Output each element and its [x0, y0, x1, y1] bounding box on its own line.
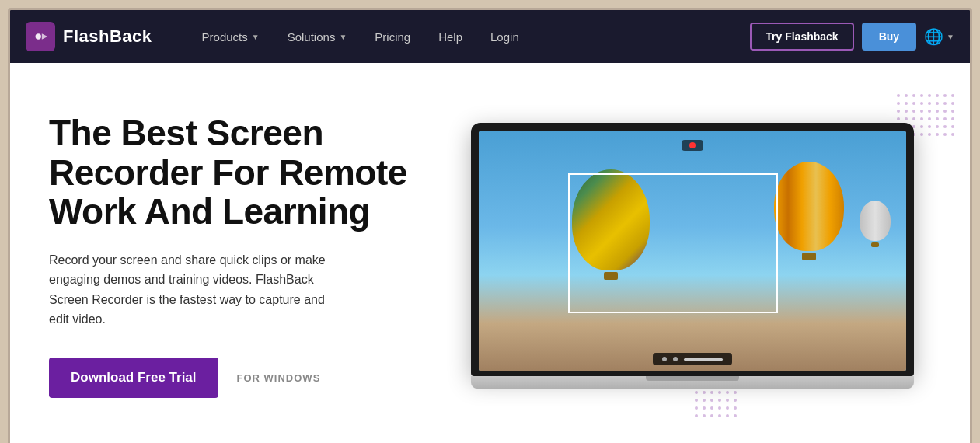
screen-background [479, 131, 906, 371]
chevron-down-icon: ▼ [252, 33, 260, 41]
hero-headline: The Best Screen Recorder For Remote Work… [49, 113, 438, 232]
svg-marker-1 [42, 33, 47, 39]
balloon-3 [860, 201, 891, 247]
hero-left: The Best Screen Recorder For Remote Work… [49, 113, 438, 398]
nav-help[interactable]: Help [427, 24, 473, 50]
platform-label: FOR WINDOWS [237, 372, 321, 384]
nav-links: Products ▼ Solutions ▼ Pricing Help Logi… [191, 24, 751, 50]
try-flashback-button[interactable]: Try Flashback [750, 23, 853, 51]
buy-button[interactable]: Buy [862, 23, 916, 51]
recording-indicator [682, 140, 703, 151]
nav-actions: Try Flashback Buy 🌐 ▼ [750, 23, 954, 51]
logo-text: FlashBack [63, 26, 152, 47]
nav-pricing[interactable]: Pricing [364, 24, 421, 50]
balloon-2 [774, 162, 844, 260]
selection-rectangle [568, 173, 778, 313]
navigation: FlashBack Products ▼ Solutions ▼ Pricing… [10, 10, 970, 63]
dot-decoration-bottom-right [695, 391, 737, 417]
balloon-basket-3 [871, 242, 879, 247]
laptop-base [471, 376, 914, 389]
svg-point-0 [36, 33, 41, 39]
hero-right [438, 123, 931, 389]
laptop-graphic [471, 123, 914, 389]
hero-subtext: Record your screen and share quick clips… [49, 250, 344, 330]
nav-solutions[interactable]: Solutions ▼ [277, 24, 358, 50]
logo-icon [26, 22, 55, 51]
nav-login[interactable]: Login [480, 24, 530, 50]
browser-window: FlashBack Products ▼ Solutions ▼ Pricing… [8, 8, 972, 443]
download-free-trial-button[interactable]: Download Free Trial [49, 358, 218, 398]
chevron-down-icon: ▼ [339, 33, 347, 41]
balloon-body-3 [860, 201, 891, 241]
laptop-hinge [646, 376, 739, 381]
toolbar-dot-2 [673, 357, 678, 361]
logo-svg [32, 28, 49, 45]
laptop-screen-outer [471, 123, 914, 376]
chevron-down-icon: ▼ [947, 33, 954, 41]
screen-toolbar [653, 353, 732, 365]
toolbar-progress [684, 358, 723, 361]
laptop-screen [479, 131, 906, 371]
balloon-body-2 [774, 162, 844, 251]
logo-link[interactable]: FlashBack [26, 22, 152, 51]
balloon-basket-2 [802, 253, 816, 260]
cta-row: Download Free Trial FOR WINDOWS [49, 358, 438, 398]
language-selector-button[interactable]: 🌐 ▼ [924, 27, 954, 46]
toolbar-dot-1 [662, 357, 667, 361]
globe-icon: 🌐 [924, 27, 943, 46]
rec-dot [689, 142, 696, 148]
main-content: The Best Screen Recorder For Remote Work… [10, 63, 970, 443]
nav-products[interactable]: Products ▼ [191, 24, 270, 50]
